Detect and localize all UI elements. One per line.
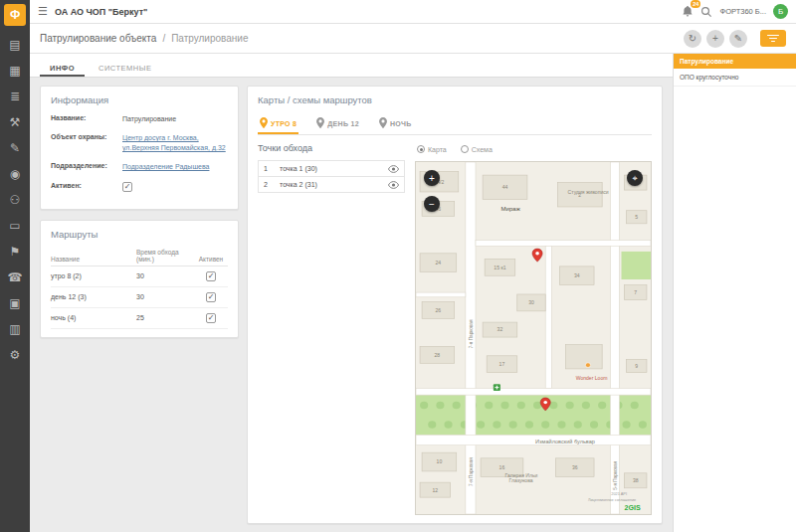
route-tab-label: УТРО 8 — [271, 120, 297, 127]
notification-badge: 24 — [691, 0, 700, 8]
points-title: Точки обхода — [258, 143, 405, 153]
sidebar-icons: ▤▦≣⚒✎◉⚇▭⚑☎▣▥⚙ — [0, 32, 30, 368]
right-panel-item[interactable]: ОПО круглосуточно — [674, 69, 796, 87]
settings-icon[interactable]: ⚙ — [0, 342, 30, 368]
routes-card: Маршруты Название Время обхода (мин.) Ак… — [40, 220, 239, 338]
svg-text:Измайловский бульвар: Измайловский бульвар — [535, 439, 595, 444]
svg-text:9: 9 — [635, 364, 638, 369]
active-checkbox[interactable]: ✓ — [122, 182, 132, 192]
sidebar: Ф ▤▦≣⚒✎◉⚇▭⚑☎▣▥⚙ — [0, 0, 30, 532]
maps-card: Карты / схемы маршрутов УТРО 8ДЕНЬ 12НОЧ… — [247, 86, 663, 524]
route-time: 25 — [136, 314, 194, 321]
radio-label: Карта — [428, 146, 447, 153]
field-link[interactable]: Подразделение Радышева — [122, 162, 228, 172]
svg-text:5: 5 — [635, 215, 638, 220]
view-option-карта[interactable]: Карта — [417, 145, 447, 153]
field-label: Активен: — [51, 182, 122, 189]
point-row[interactable]: 2точка 2 (31) — [259, 177, 404, 193]
devices-icon[interactable]: ▣ — [0, 290, 30, 316]
profile-icon[interactable]: ▤ — [0, 32, 30, 58]
point-row[interactable]: 1точка 1 (30) — [259, 161, 404, 177]
users-icon[interactable]: ⚇ — [0, 187, 30, 213]
monitor-icon[interactable]: ▭ — [0, 213, 30, 239]
route-tab-утро-8[interactable]: УТРО 8 — [258, 114, 298, 134]
info-fields: Название:ПатрулированиеОбъект охраны:Цен… — [51, 114, 228, 192]
map-canvas[interactable]: 44/24624262810124415 к130321716234363579… — [415, 161, 652, 515]
map-body: Точки обхода 1точка 1 (30)2точка 2 (31) … — [258, 141, 652, 515]
svg-text:7-я Парковая: 7-я Парковая — [469, 457, 474, 486]
route-tab-ночь[interactable]: НОЧЬ — [377, 114, 414, 134]
edit-button[interactable]: ✎ — [729, 30, 747, 48]
svg-text:32: 32 — [498, 328, 503, 333]
column-time: Время обхода (мин.) — [136, 249, 194, 263]
svg-text:7: 7 — [634, 290, 637, 295]
route-time: 30 — [136, 272, 194, 279]
points-list: 1точка 1 (30)2точка 2 (31) — [258, 160, 405, 193]
route-active-checkbox[interactable]: ✓ — [206, 292, 216, 302]
route-row[interactable]: день 12 (3)30✓ — [51, 287, 228, 308]
route-active-checkbox[interactable]: ✓ — [206, 271, 216, 281]
menu-icon[interactable]: ☰ — [38, 5, 48, 18]
route-active-cell: ✓ — [194, 313, 228, 323]
list-icon[interactable]: ≣ — [0, 84, 30, 109]
refresh-button[interactable]: ↻ — [684, 30, 701, 48]
camera-icon[interactable]: ◉ — [0, 161, 30, 187]
alerts-icon[interactable]: ⚑ — [0, 239, 30, 265]
svg-text:Глазунова: Глазунова — [509, 478, 533, 483]
phone-icon[interactable]: ☎ — [0, 265, 30, 290]
route-time: 30 — [136, 293, 194, 300]
add-button[interactable]: + — [706, 30, 724, 48]
svg-text:24: 24 — [436, 261, 442, 266]
field-label: Подразделение: — [51, 162, 122, 169]
search-icon[interactable] — [700, 6, 712, 18]
route-active-checkbox[interactable]: ✓ — [206, 313, 216, 323]
route-tab-день-12[interactable]: ДЕНЬ 12 — [314, 114, 361, 134]
svg-text:26: 26 — [436, 308, 442, 313]
eye-icon[interactable] — [388, 181, 399, 189]
field-link[interactable]: Центр досуга г. Москва, ул.Верхняя Перво… — [122, 133, 228, 153]
filter-button[interactable] — [760, 30, 786, 47]
info-card-title: Информация — [51, 94, 228, 105]
svg-text:30: 30 — [528, 300, 534, 305]
app-window: Ф ▤▦≣⚒✎◉⚇▭⚑☎▣▥⚙ ☰ ОА АО ЧОП "Беркут" 24 … — [0, 0, 796, 532]
breadcrumb-section[interactable]: Патрулирование объекта — [40, 33, 156, 44]
svg-text:38: 38 — [633, 478, 639, 483]
point-number: 2 — [264, 181, 276, 188]
tools-icon[interactable]: ⚒ — [0, 109, 30, 135]
route-row[interactable]: ночь (4)25✓ — [51, 308, 228, 329]
center-column: ИНФО СИСТЕМНЫЕ Информация Название:Патру… — [30, 54, 673, 532]
view-toggle: КартаСхема — [415, 141, 652, 157]
field-label: Название: — [51, 114, 122, 121]
field-label: Объект охраны: — [51, 133, 122, 140]
notifications-bell-icon[interactable]: 24 — [682, 5, 694, 18]
user-label[interactable]: ФОРТ360 Б... — [719, 7, 766, 16]
edit-icon[interactable]: ✎ — [0, 135, 30, 161]
info-card: Информация Название:ПатрулированиеОбъект… — [40, 86, 239, 210]
tab-system[interactable]: СИСТЕМНЫЕ — [89, 59, 161, 77]
right-panel-items: ОПО круглосуточно — [674, 69, 796, 87]
zoom-in-button[interactable]: + — [424, 170, 440, 186]
field-value: ✓ — [122, 182, 228, 192]
column-name: Название — [51, 256, 136, 263]
routes-table-header: Название Время обхода (мин.) Активен — [51, 249, 228, 266]
field-value: Патрулирование — [122, 114, 228, 124]
svg-text:12: 12 — [432, 488, 438, 493]
svg-text:17: 17 — [499, 362, 505, 367]
locate-button[interactable]: ⌖ — [627, 170, 643, 186]
radio-label: Схема — [472, 146, 493, 153]
reports-icon[interactable]: ▥ — [0, 316, 30, 342]
info-field-row: Активен:✓ — [51, 182, 228, 192]
avatar[interactable]: Б — [773, 4, 788, 19]
content-wrap: ИНФО СИСТЕМНЫЕ Информация Название:Патру… — [30, 54, 796, 532]
svg-text:15 к1: 15 к1 — [494, 266, 505, 270]
zoom-out-button[interactable]: − — [424, 196, 440, 212]
radio-dot — [461, 145, 469, 153]
route-row[interactable]: утро 8 (2)30✓ — [51, 266, 228, 287]
tab-info[interactable]: ИНФО — [40, 59, 85, 77]
route-active-cell: ✓ — [194, 292, 228, 302]
eye-icon[interactable] — [388, 165, 399, 173]
objects-icon[interactable]: ▦ — [0, 58, 30, 84]
app-logo[interactable]: Ф — [4, 4, 26, 26]
right-panel: Патрулирование ОПО круглосуточно — [673, 54, 796, 532]
view-option-схема[interactable]: Схема — [461, 145, 493, 153]
